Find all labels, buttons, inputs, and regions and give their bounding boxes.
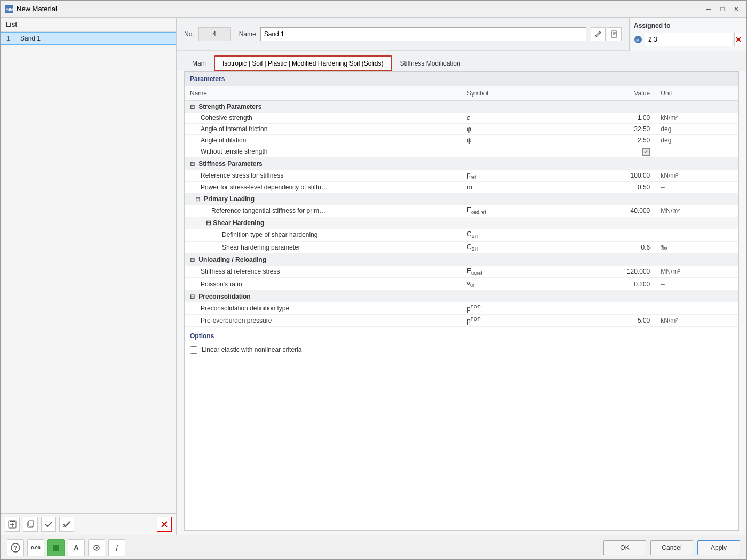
- check-all-button[interactable]: [41, 517, 56, 532]
- assigned-row: M: [634, 33, 742, 46]
- svg-text:NM: NM: [6, 7, 13, 12]
- param-friction-value[interactable]: 32.50: [573, 124, 656, 135]
- content-area: Parameters Name Symbol Value Unit: [184, 71, 739, 531]
- param-shear-param-value[interactable]: 0.6: [573, 241, 656, 253]
- window-title: New Material: [17, 5, 57, 13]
- collapse-unloading[interactable]: ⊟: [190, 257, 195, 263]
- param-precons-pressure-symbol: pPOP: [462, 314, 573, 326]
- collapse-strength[interactable]: ⊟: [190, 103, 195, 110]
- edit-name-button[interactable]: [591, 27, 606, 41]
- col-value: Value: [573, 86, 656, 101]
- param-precons-type-symbol: pPOP: [462, 302, 573, 315]
- delete-item-button[interactable]: [157, 517, 172, 532]
- bottom-toolbar: ? 0.00 A ƒ OK Cancel Apply: [1, 535, 746, 559]
- param-tangential-name: Reference tangential stiffness for prim…: [185, 205, 462, 217]
- meta-name: Name: [239, 27, 622, 41]
- apply-button[interactable]: Apply: [697, 540, 740, 555]
- help-button[interactable]: ?: [7, 539, 24, 556]
- param-dilation-value[interactable]: 2.50: [573, 135, 656, 146]
- tensile-checkbox[interactable]: ✓: [642, 148, 650, 156]
- ok-button[interactable]: OK: [603, 540, 646, 555]
- title-bar-left: NM New Material: [5, 5, 57, 13]
- param-precons-type-value: [573, 302, 656, 315]
- param-power-value[interactable]: 0.50: [573, 181, 656, 193]
- param-cohesive-unit: kN/m²: [655, 113, 738, 124]
- param-refstress: Reference stress for stiffness pref 100.…: [185, 170, 738, 182]
- param-power-unit: --: [655, 181, 738, 193]
- name-input[interactable]: [260, 27, 586, 41]
- view-tool-button[interactable]: [88, 539, 105, 556]
- param-refstress-symbol: pref: [462, 170, 573, 182]
- left-panel: List 1 Sand 1: [1, 18, 177, 535]
- param-tangential: Reference tangential stiffness for prim……: [185, 205, 738, 217]
- collapse-shear[interactable]: ⊟: [206, 219, 211, 227]
- svg-rect-22: [53, 545, 59, 551]
- list-header: List: [1, 18, 176, 32]
- book-button[interactable]: [607, 27, 622, 41]
- add-item-button[interactable]: [5, 517, 20, 532]
- param-stiffref-value[interactable]: 120.000: [573, 266, 656, 278]
- param-shear-param-unit: ‰: [655, 241, 738, 253]
- svg-line-11: [599, 33, 600, 34]
- subgroup-shear-label: Shear Hardening: [213, 219, 264, 227]
- param-shear-param-symbol: CSH: [462, 241, 573, 253]
- param-precons-type-name: Preconsolidation definition type: [185, 302, 462, 315]
- maximize-button[interactable]: □: [717, 3, 728, 15]
- param-poisson-name: Poisson's ratio: [185, 278, 462, 290]
- param-tensile-symbol: [462, 146, 573, 158]
- uncheck-all-button[interactable]: [59, 517, 74, 532]
- list-item-number: 1: [6, 35, 17, 42]
- param-dilation-symbol: ψ: [462, 135, 573, 146]
- collapse-stiffness[interactable]: ⊟: [190, 161, 195, 167]
- no-value: 4: [198, 27, 231, 41]
- group-strength-label: Strength Parameters: [198, 103, 261, 110]
- tab-isotropic[interactable]: Isotropic | Soil | Plastic | Modified Ha…: [214, 55, 392, 71]
- svg-point-24: [96, 547, 98, 549]
- name-label: Name: [239, 30, 256, 38]
- group-stiffness: ⊟ Stiffness Parameters: [185, 157, 738, 170]
- param-tangential-value[interactable]: 40.000: [573, 205, 656, 217]
- linear-elastic-checkbox[interactable]: [190, 346, 197, 354]
- list-item-name: Sand 1: [20, 35, 41, 42]
- app-icon: NM: [5, 5, 13, 13]
- copy-item-button[interactable]: [23, 517, 38, 532]
- assigned-panel: Assigned to M: [629, 18, 746, 51]
- list-item[interactable]: 1 Sand 1: [1, 32, 176, 45]
- minimize-button[interactable]: ─: [703, 3, 714, 15]
- clear-assigned-button[interactable]: [734, 33, 742, 46]
- param-tensile-value: ✓: [573, 146, 656, 158]
- cancel-button[interactable]: Cancel: [650, 540, 693, 555]
- collapse-precons[interactable]: ⊟: [190, 293, 195, 300]
- param-precons-type-unit: [655, 302, 738, 315]
- param-shear-def-symbol: CSH: [462, 229, 573, 241]
- close-button[interactable]: ✕: [730, 3, 742, 15]
- function-tool-button[interactable]: ƒ: [108, 539, 125, 556]
- group-stiffness-label: Stiffness Parameters: [198, 160, 262, 167]
- param-refstress-value[interactable]: 100.00: [573, 170, 656, 182]
- tab-stiffness[interactable]: Stiffness Modification: [392, 56, 468, 71]
- assigned-input[interactable]: [645, 33, 732, 46]
- param-tangential-unit: MN/m²: [655, 205, 738, 217]
- param-poisson-symbol: vur: [462, 278, 573, 290]
- param-power: Power for stress-level dependency of sti…: [185, 181, 738, 193]
- meta-row: No. 4 Name: [177, 18, 629, 51]
- param-precons-pressure-value[interactable]: 5.00: [573, 314, 656, 326]
- text-tool-button[interactable]: A: [68, 539, 85, 556]
- main-content: List 1 Sand 1: [1, 18, 746, 535]
- svg-text:M: M: [636, 38, 640, 43]
- col-name: Name: [185, 86, 462, 101]
- tab-main[interactable]: Main: [184, 56, 214, 71]
- values-button[interactable]: 0.00: [27, 539, 44, 556]
- green-tool-button[interactable]: [47, 539, 65, 556]
- param-dilation-unit: deg: [655, 135, 738, 146]
- param-poisson-value[interactable]: 0.200: [573, 278, 656, 290]
- col-symbol: Symbol: [462, 86, 573, 101]
- param-cohesive-symbol: c: [462, 113, 573, 124]
- param-cohesive-value[interactable]: 1.00: [573, 113, 656, 124]
- collapse-primary[interactable]: ⊟: [195, 196, 200, 202]
- main-window: NM New Material ─ □ ✕ List 1 Sand 1: [0, 0, 747, 560]
- param-friction-unit: deg: [655, 124, 738, 135]
- param-precons-pressure-unit: kN/m²: [655, 314, 738, 326]
- svg-text:?: ?: [14, 545, 18, 551]
- svg-rect-7: [29, 521, 34, 526]
